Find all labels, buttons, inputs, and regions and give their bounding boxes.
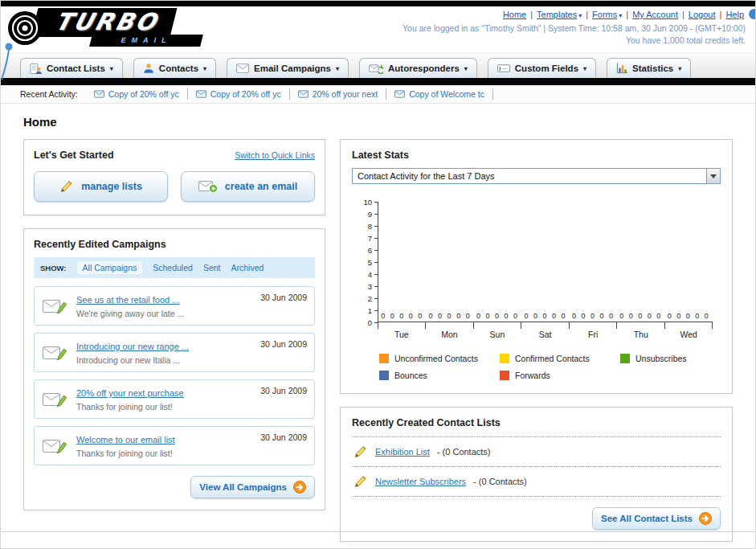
legend-label: Bounces: [394, 371, 427, 380]
campaign-list-item[interactable]: Introducing our new range ...Introducing…: [34, 333, 315, 372]
bar-value-labels: 0 0 0 0 0: [521, 312, 569, 320]
header-link-forms[interactable]: Forms▾: [592, 10, 622, 19]
x-axis-label: Tue: [378, 322, 426, 339]
select-dropdown-arrow-icon[interactable]: [706, 169, 720, 183]
nav-tab-autoresponders[interactable]: Autoresponders▾: [359, 58, 477, 78]
recent-activity-link[interactable]: 20% off your next: [313, 89, 378, 99]
campaign-date: 30 Jun 2009: [260, 293, 307, 302]
nav-tab-contacts[interactable]: Contacts▾: [133, 58, 216, 78]
nav-tab-contact-lists[interactable]: Contact Lists▾: [20, 58, 123, 78]
campaign-date: 30 Jun 2009: [260, 339, 307, 349]
campaign-list-item[interactable]: Welcome to our email listThanks for join…: [34, 426, 315, 465]
decor-swoosh-left-icon: [2, 41, 18, 88]
x-axis-label: Sat: [521, 322, 570, 339]
legend-swatch: [500, 371, 509, 380]
pencil-icon: [59, 179, 74, 194]
x-axis-label: Wed: [664, 322, 713, 339]
y-axis-label: 6: [368, 246, 372, 255]
view-all-campaigns-button[interactable]: View All Campaigns: [190, 476, 315, 498]
chevron-down-icon: ▾: [336, 65, 339, 72]
recent-activity-item[interactable]: Copy of 20% off yc: [188, 88, 290, 100]
header-link-templates[interactable]: Templates▾: [537, 10, 582, 19]
chevron-down-icon: ▾: [583, 65, 586, 72]
header-link-help[interactable]: Help: [725, 10, 744, 19]
campaign-list-item[interactable]: 20% off your next purchaseThanks for joi…: [34, 379, 315, 419]
y-axis-label: 5: [368, 258, 372, 267]
nav-tab-label: Statistics: [632, 64, 673, 73]
credits-info: You have 1,000 total credits left.: [403, 35, 746, 45]
legend-swatch: [379, 354, 389, 363]
campaign-filter-all-campaigns[interactable]: All Campaigns: [77, 261, 143, 274]
bar-value-labels: 0 0 0 0 0: [617, 312, 664, 320]
campaign-filter-sent[interactable]: Sent: [203, 263, 221, 272]
get-started-title: Let's Get Started: [34, 150, 114, 161]
y-axis-label: 8: [368, 222, 372, 231]
view-all-campaigns-label: View All Campaigns: [199, 482, 287, 492]
chevron-down-icon: ▾: [203, 65, 206, 72]
campaign-title-link[interactable]: Welcome to our email list: [76, 435, 175, 445]
campaign-title-link[interactable]: Introducing our new range ...: [76, 342, 189, 351]
manage-lists-button[interactable]: manage lists: [34, 171, 168, 202]
get-started-panel: Let's Get Started Switch to Quick Links …: [23, 139, 325, 215]
chart-plot: 0 0 0 0 00 0 0 0 00 0 0 0 00 0 0 0 00 0 …: [378, 202, 713, 322]
x-axis-tick: [664, 322, 665, 329]
see-all-contact-lists-button[interactable]: See All Contact Lists: [592, 507, 721, 530]
campaign-date: 30 Jun 2009: [260, 386, 307, 395]
email-pencil-icon: [43, 292, 68, 318]
x-axis-tick: [569, 322, 570, 329]
create-an-email-button[interactable]: create an email: [181, 171, 315, 202]
logo-subtitle: EMAIL: [89, 35, 203, 47]
campaign-title-link[interactable]: 20% off your next purchase: [76, 388, 184, 398]
logo-title: TURBO: [52, 8, 161, 35]
nav-tab-statistics[interactable]: Statistics▾: [607, 58, 691, 78]
contact-list-item[interactable]: Newsletter Subscribers- (0 Contacts): [352, 467, 721, 497]
bar-value-labels: 0 0 0 0 0: [665, 312, 713, 320]
recent-activity-link[interactable]: Copy of 20% off yc: [210, 89, 281, 99]
recent-activity-item[interactable]: Copy of Welcome tc: [386, 88, 493, 100]
legend-item: Unconfirmed Contacts: [379, 354, 500, 363]
email-pencil-icon: [43, 338, 68, 365]
nav-tab-label: Email Campaigns: [254, 64, 331, 73]
bar-value-labels: 0 0 0 0 0: [570, 312, 617, 320]
header-link-logout[interactable]: Logout: [689, 10, 716, 19]
x-axis-tick: [521, 322, 521, 329]
recent-activity-bar: Recent Activity: Copy of 20% off ycCopy …: [1, 85, 755, 104]
contact-activity-chart: 012345678910 0 0 0 0 00 0 0 0 00 0 0 0 0…: [352, 202, 721, 380]
chart-bar-group: 0 0 0 0 0: [426, 202, 473, 322]
contact-list-item[interactable]: Exhibition List- (0 Contacts): [352, 437, 721, 467]
switch-to-quick-links-link[interactable]: Switch to Quick Links: [235, 150, 315, 160]
y-axis-label: 1: [368, 306, 372, 315]
header-link-home[interactable]: Home: [503, 10, 526, 19]
nav-tab-email-campaigns[interactable]: Email Campaigns▾: [227, 58, 349, 78]
legend-item: Forwards: [500, 371, 620, 380]
decor-dot-right-icon: [749, 9, 756, 19]
top-black-bar: [1, 1, 755, 6]
recent-activity-item[interactable]: Copy of 20% off yc: [86, 88, 188, 100]
recent-activity-link[interactable]: Copy of 20% off yc: [108, 89, 179, 99]
recently-edited-campaigns-panel: Recently Edited Campaigns SHOW: All Camp…: [23, 228, 325, 510]
header-link-my-account[interactable]: My Account: [632, 10, 678, 19]
nav-black-bar: [1, 78, 755, 85]
turbo-email-logo[interactable]: TURBO EMAIL: [7, 8, 202, 49]
campaigns-title: Recently Edited Campaigns: [34, 239, 315, 250]
x-axis-tick: [616, 322, 617, 329]
main-content: Home Let's Get Started Switch to Quick L…: [1, 104, 755, 542]
nav-tab-label: Contact Lists: [47, 64, 105, 73]
nav-tab-label: Autoresponders: [388, 64, 460, 73]
recent-activity-item[interactable]: 20% off your next: [290, 88, 387, 100]
chart-day-labels: TueMonSunSatFriThuWed: [378, 322, 713, 339]
contact-list-link[interactable]: Newsletter Subscribers: [375, 477, 466, 486]
campaign-date: 30 Jun 2009: [260, 432, 307, 442]
chart-bar-group: 0 0 0 0 0: [521, 202, 569, 322]
x-axis-label: Mon: [426, 322, 474, 339]
chart-bar-group: 0 0 0 0 0: [378, 202, 426, 322]
campaign-filter-scheduled[interactable]: Scheduled: [153, 263, 193, 272]
nav-tab-custom-fields[interactable]: Custom Fields▾: [488, 58, 596, 78]
campaign-title-link[interactable]: See us at the retail food ...: [76, 295, 179, 305]
y-axis-label: 2: [368, 294, 372, 303]
campaign-filter-archived[interactable]: Archived: [231, 263, 264, 272]
campaign-list-item[interactable]: See us at the retail food ...We're givin…: [34, 286, 315, 326]
recent-activity-link[interactable]: Copy of Welcome tc: [409, 89, 484, 99]
contact-list-link[interactable]: Exhibition List: [375, 447, 430, 457]
stats-period-select[interactable]: Contact Activity for the Last 7 Days: [352, 168, 721, 184]
